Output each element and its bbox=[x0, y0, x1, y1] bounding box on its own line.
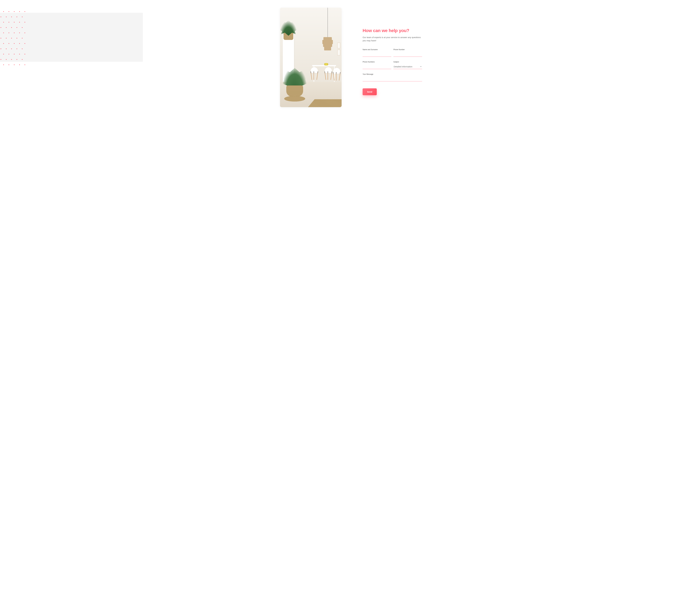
phone1-label: Phone Number bbox=[393, 49, 422, 51]
name-label: Name and Surname bbox=[362, 49, 391, 51]
phone1-group: Phone Number bbox=[393, 49, 422, 57]
subject-select[interactable]: Detailed information bbox=[393, 64, 422, 69]
phone2-input[interactable] bbox=[362, 64, 391, 69]
content-container: How can we help you? Our team of experts… bbox=[249, 0, 451, 107]
room-illustration bbox=[280, 8, 342, 107]
page-wrapper: (function(){ const container = document.… bbox=[0, 0, 700, 605]
form-row-1: Name and Surname Phone Number bbox=[362, 49, 422, 57]
message-input[interactable] bbox=[362, 77, 422, 81]
message-label: Your Message bbox=[362, 73, 422, 75]
form-heading: How can we help you? bbox=[362, 28, 422, 33]
subject-group: Subject Detailed information bbox=[393, 61, 422, 69]
subject-label: Subject bbox=[393, 61, 422, 63]
phone2-label: Phone Numberz bbox=[362, 61, 391, 63]
form-row-2: Phone Numberz Subject Detailed informati… bbox=[362, 61, 422, 69]
form-subtitle: Our team of experts is at your service t… bbox=[362, 36, 422, 42]
name-group: Name and Surname bbox=[362, 49, 391, 57]
name-input[interactable] bbox=[362, 52, 391, 57]
dots-decoration: (function(){ const container = document.… bbox=[0, 11, 27, 67]
contact-form-section: How can we help you? Our team of experts… bbox=[362, 8, 422, 107]
phone2-group: Phone Numberz bbox=[362, 61, 391, 69]
message-group: Your Message bbox=[362, 73, 422, 81]
hero-image bbox=[280, 8, 342, 107]
phone1-input[interactable] bbox=[393, 52, 422, 57]
send-button[interactable]: Send bbox=[362, 88, 377, 95]
